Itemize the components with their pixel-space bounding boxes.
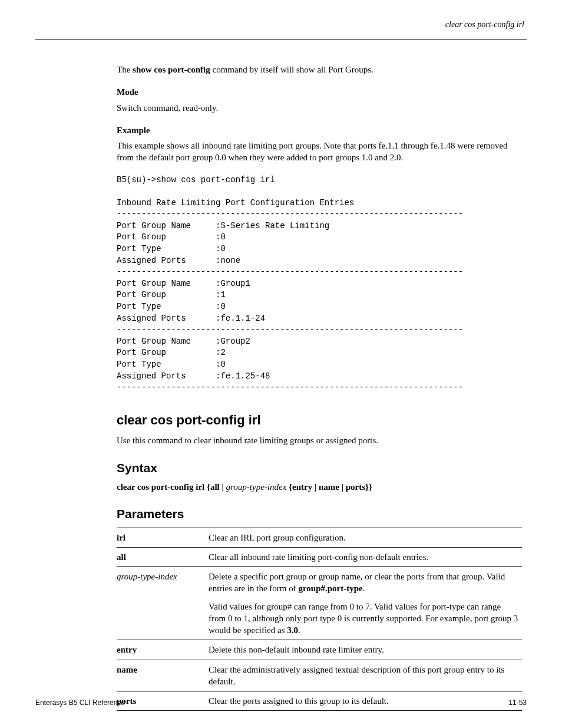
example-text: This example shows all inbound rate limi… (117, 140, 522, 164)
table-row: entry Delete this non-default inbound ra… (117, 640, 522, 660)
param-term: irl (117, 533, 125, 542)
text: group#.port-type (298, 584, 362, 593)
header-rule (35, 39, 527, 39)
table-row: all Clear all inbound rate limiting port… (117, 547, 522, 566)
command-name: show cos port-config (133, 65, 210, 74)
parameters-table: irl Clear an IRL port group configuratio… (117, 528, 522, 711)
param-desc: Delete this non-default inbound rate lim… (209, 640, 522, 660)
text: Valid values for group# can range from 0… (209, 602, 518, 635)
text: {all | (207, 482, 226, 492)
param-desc: Delete a specific port group or group na… (209, 567, 522, 640)
syntax-cmd: clear cos port-config irl (117, 482, 207, 492)
table-row: irl Clear an IRL port group configuratio… (117, 528, 522, 547)
syntax-var: group-type-index (226, 482, 287, 492)
command-description: Use this command to clear inbound rate l… (117, 434, 522, 446)
param-term: group-type-index (117, 572, 177, 581)
page: clear cos port-config irl The show cos p… (0, 0, 562, 728)
table-row: name Clear the administratively assigned… (117, 660, 522, 691)
syntax-heading: Syntax (117, 460, 522, 476)
param-desc: Clear all inbound rate limiting port-con… (209, 547, 522, 566)
param-term: name (117, 665, 137, 674)
footer-left: Enterasys B5 CLI Reference (35, 699, 125, 707)
param-desc: Clear the administratively assigned text… (209, 660, 522, 691)
footer-right: 11-53 (508, 699, 527, 707)
param-term: all (117, 552, 126, 562)
text: 3.0 (287, 625, 298, 635)
intro-paragraph: The show cos port-config command by itse… (117, 64, 522, 75)
text: . (298, 625, 300, 635)
table-row: group-type-index Delete a specific port … (117, 567, 522, 640)
mode-heading: Mode (117, 86, 522, 98)
param-extra: Valid values for group# can range from 0… (209, 601, 518, 637)
param-term: entry (117, 645, 137, 654)
code-block: B5(su)->show cos port-config irl Inbound… (117, 174, 522, 394)
text: {entry | name | ports}} (286, 482, 372, 492)
command-title: clear cos port-config irl (117, 411, 522, 429)
content-area: The show cos port-config command by itse… (117, 64, 522, 711)
example-heading: Example (117, 124, 522, 136)
running-header: clear cos port-config irl (445, 20, 524, 29)
page-footer: Enterasys B5 CLI Reference 11-53 (35, 699, 527, 707)
text: . (363, 584, 365, 593)
syntax-line: clear cos port-config irl {all | group-t… (117, 481, 522, 493)
parameters-heading: Parameters (117, 506, 522, 522)
text: The (117, 65, 133, 74)
param-desc: Clear an IRL port group configuration. (209, 528, 522, 547)
mode-text: Switch command, read-only. (117, 102, 522, 114)
text: command by itself will show all Port Gro… (210, 65, 373, 74)
